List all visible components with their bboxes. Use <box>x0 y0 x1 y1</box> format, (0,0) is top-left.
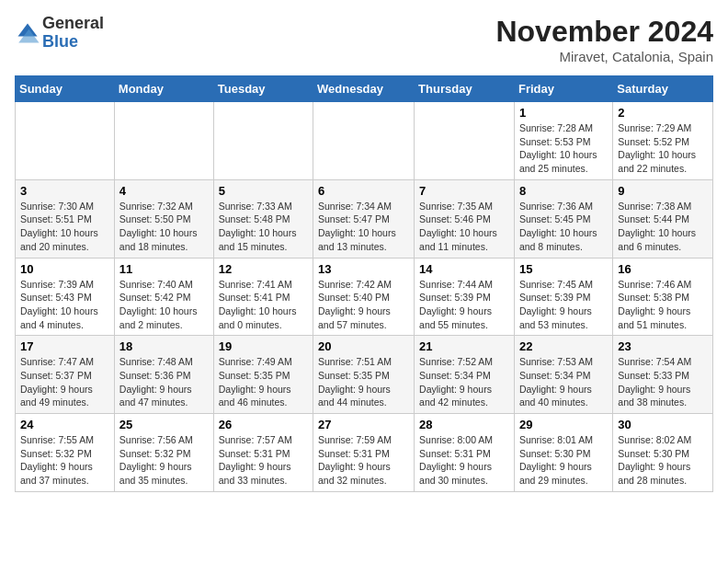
day-info: Sunrise: 7:41 AMSunset: 5:41 PMDaylight:… <box>219 278 308 332</box>
calendar-cell: 2Sunrise: 7:29 AMSunset: 5:52 PMDaylight… <box>613 102 713 180</box>
day-number: 23 <box>618 339 708 353</box>
calendar-cell: 9Sunrise: 7:38 AMSunset: 5:44 PMDaylight… <box>613 179 713 258</box>
day-number: 24 <box>20 418 109 431</box>
day-number: 5 <box>219 184 308 198</box>
month-title: November 2024 <box>495 15 713 49</box>
day-info: Sunrise: 7:45 AMSunset: 5:39 PMDaylight:… <box>519 278 608 332</box>
day-number: 15 <box>519 262 608 276</box>
calendar-cell: 5Sunrise: 7:33 AMSunset: 5:48 PMDaylight… <box>213 179 313 258</box>
day-number: 9 <box>618 184 708 198</box>
day-info: Sunrise: 7:38 AMSunset: 5:44 PMDaylight:… <box>618 200 708 254</box>
calendar-cell: 23Sunrise: 7:54 AMSunset: 5:33 PMDayligh… <box>613 336 713 414</box>
day-info: Sunrise: 8:01 AMSunset: 5:30 PMDaylight:… <box>519 433 608 488</box>
logo-blue: Blue <box>42 32 78 51</box>
day-info: Sunrise: 7:33 AMSunset: 5:48 PMDaylight:… <box>219 200 308 254</box>
calendar-cell <box>16 102 115 180</box>
calendar-cell: 11Sunrise: 7:40 AMSunset: 5:42 PMDayligh… <box>114 258 213 336</box>
day-info: Sunrise: 7:49 AMSunset: 5:35 PMDaylight:… <box>219 355 308 409</box>
weekday-header-row: SundayMondayTuesdayWednesdayThursdayFrid… <box>16 76 713 102</box>
day-info: Sunrise: 7:55 AMSunset: 5:32 PMDaylight:… <box>20 433 109 488</box>
day-info: Sunrise: 7:39 AMSunset: 5:43 PMDaylight:… <box>20 278 109 332</box>
day-info: Sunrise: 7:53 AMSunset: 5:34 PMDaylight:… <box>519 355 608 409</box>
calendar-week-1: 1Sunrise: 7:28 AMSunset: 5:53 PMDaylight… <box>16 102 713 180</box>
calendar-cell <box>213 102 313 180</box>
calendar-week-2: 3Sunrise: 7:30 AMSunset: 5:51 PMDaylight… <box>16 179 713 258</box>
calendar-week-4: 17Sunrise: 7:47 AMSunset: 5:37 PMDayligh… <box>16 336 713 414</box>
calendar-cell: 27Sunrise: 7:59 AMSunset: 5:31 PMDayligh… <box>313 414 415 492</box>
day-number: 26 <box>219 418 308 431</box>
calendar-cell: 1Sunrise: 7:28 AMSunset: 5:53 PMDaylight… <box>514 102 612 180</box>
day-number: 12 <box>219 262 308 276</box>
weekday-header-wednesday: Wednesday <box>313 76 415 102</box>
calendar-cell: 17Sunrise: 7:47 AMSunset: 5:37 PMDayligh… <box>16 336 115 414</box>
day-info: Sunrise: 8:02 AMSunset: 5:30 PMDaylight:… <box>618 433 708 488</box>
calendar-cell: 30Sunrise: 8:02 AMSunset: 5:30 PMDayligh… <box>613 414 713 492</box>
day-number: 27 <box>318 418 409 431</box>
title-block: November 2024 Miravet, Catalonia, Spain <box>495 15 713 64</box>
day-info: Sunrise: 7:56 AMSunset: 5:32 PMDaylight:… <box>119 433 209 488</box>
day-info: Sunrise: 7:51 AMSunset: 5:35 PMDaylight:… <box>318 355 409 409</box>
day-info: Sunrise: 7:57 AMSunset: 5:31 PMDaylight:… <box>219 433 308 488</box>
calendar-cell: 10Sunrise: 7:39 AMSunset: 5:43 PMDayligh… <box>16 258 115 336</box>
day-info: Sunrise: 7:47 AMSunset: 5:37 PMDaylight:… <box>20 355 109 409</box>
day-info: Sunrise: 7:36 AMSunset: 5:45 PMDaylight:… <box>519 200 608 254</box>
day-number: 11 <box>119 262 209 276</box>
day-info: Sunrise: 7:29 AMSunset: 5:52 PMDaylight:… <box>618 121 708 176</box>
day-number: 6 <box>318 184 409 198</box>
calendar-table: SundayMondayTuesdayWednesdayThursdayFrid… <box>15 75 713 492</box>
day-number: 29 <box>519 418 608 431</box>
day-number: 1 <box>519 106 608 120</box>
day-number: 25 <box>119 418 209 431</box>
location: Miravet, Catalonia, Spain <box>495 49 713 64</box>
calendar-cell: 28Sunrise: 8:00 AMSunset: 5:31 PMDayligh… <box>415 414 515 492</box>
day-info: Sunrise: 7:30 AMSunset: 5:51 PMDaylight:… <box>20 200 109 254</box>
logo-text: General Blue <box>42 15 104 52</box>
day-info: Sunrise: 7:28 AMSunset: 5:53 PMDaylight:… <box>519 121 608 176</box>
day-number: 22 <box>519 339 608 353</box>
weekday-header-monday: Monday <box>114 76 213 102</box>
weekday-header-friday: Friday <box>514 76 612 102</box>
day-number: 14 <box>419 262 509 276</box>
calendar-cell: 4Sunrise: 7:32 AMSunset: 5:50 PMDaylight… <box>114 179 213 258</box>
calendar-cell: 16Sunrise: 7:46 AMSunset: 5:38 PMDayligh… <box>613 258 713 336</box>
calendar-cell <box>415 102 515 180</box>
day-number: 20 <box>318 339 409 353</box>
calendar-cell <box>114 102 213 180</box>
day-number: 18 <box>119 339 209 353</box>
calendar-cell: 20Sunrise: 7:51 AMSunset: 5:35 PMDayligh… <box>313 336 415 414</box>
calendar-cell: 8Sunrise: 7:36 AMSunset: 5:45 PMDaylight… <box>514 179 612 258</box>
day-info: Sunrise: 7:35 AMSunset: 5:46 PMDaylight:… <box>419 200 509 254</box>
day-info: Sunrise: 7:54 AMSunset: 5:33 PMDaylight:… <box>618 355 708 409</box>
calendar-cell: 14Sunrise: 7:44 AMSunset: 5:39 PMDayligh… <box>415 258 515 336</box>
calendar-week-3: 10Sunrise: 7:39 AMSunset: 5:43 PMDayligh… <box>16 258 713 336</box>
day-number: 21 <box>419 339 509 353</box>
calendar-cell: 25Sunrise: 7:56 AMSunset: 5:32 PMDayligh… <box>114 414 213 492</box>
day-info: Sunrise: 7:46 AMSunset: 5:38 PMDaylight:… <box>618 278 708 332</box>
calendar-cell: 22Sunrise: 7:53 AMSunset: 5:34 PMDayligh… <box>514 336 612 414</box>
weekday-header-sunday: Sunday <box>16 76 115 102</box>
day-info: Sunrise: 7:40 AMSunset: 5:42 PMDaylight:… <box>119 278 209 332</box>
calendar-cell: 13Sunrise: 7:42 AMSunset: 5:40 PMDayligh… <box>313 258 415 336</box>
day-info: Sunrise: 8:00 AMSunset: 5:31 PMDaylight:… <box>419 433 509 488</box>
calendar-cell: 3Sunrise: 7:30 AMSunset: 5:51 PMDaylight… <box>16 179 115 258</box>
calendar-cell <box>313 102 415 180</box>
day-info: Sunrise: 7:48 AMSunset: 5:36 PMDaylight:… <box>119 355 209 409</box>
calendar-cell: 21Sunrise: 7:52 AMSunset: 5:34 PMDayligh… <box>415 336 515 414</box>
day-info: Sunrise: 7:52 AMSunset: 5:34 PMDaylight:… <box>419 355 509 409</box>
calendar-cell: 24Sunrise: 7:55 AMSunset: 5:32 PMDayligh… <box>16 414 115 492</box>
day-number: 2 <box>618 106 708 120</box>
day-number: 8 <box>519 184 608 198</box>
calendar-cell: 15Sunrise: 7:45 AMSunset: 5:39 PMDayligh… <box>514 258 612 336</box>
calendar-cell: 12Sunrise: 7:41 AMSunset: 5:41 PMDayligh… <box>213 258 313 336</box>
calendar-cell: 26Sunrise: 7:57 AMSunset: 5:31 PMDayligh… <box>213 414 313 492</box>
day-number: 3 <box>20 184 109 198</box>
calendar-cell: 19Sunrise: 7:49 AMSunset: 5:35 PMDayligh… <box>213 336 313 414</box>
logo-icon <box>15 20 40 46</box>
day-number: 7 <box>419 184 509 198</box>
calendar-cell: 29Sunrise: 8:01 AMSunset: 5:30 PMDayligh… <box>514 414 612 492</box>
calendar-week-5: 24Sunrise: 7:55 AMSunset: 5:32 PMDayligh… <box>16 414 713 492</box>
day-number: 30 <box>618 418 708 431</box>
page-header: General Blue November 2024 Miravet, Cata… <box>15 15 713 64</box>
day-number: 10 <box>20 262 109 276</box>
day-number: 28 <box>419 418 509 431</box>
